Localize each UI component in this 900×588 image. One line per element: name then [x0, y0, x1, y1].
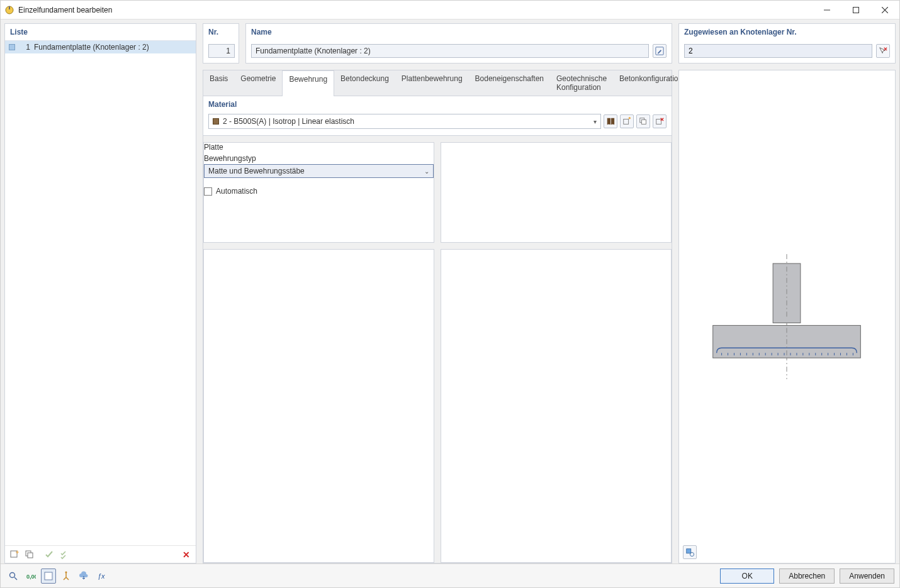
chevron-down-icon: ▾	[593, 118, 597, 125]
box-delete-icon	[655, 117, 664, 126]
list-panel: Liste 1 Fundamentplatte (Knotenlager : 2…	[4, 23, 196, 563]
automatisch-checkbox[interactable]: Automatisch	[204, 187, 434, 196]
material-combo-text: 2 - B500S(A) | Isotrop | Linear elastisc…	[223, 117, 590, 126]
bewehrungstyp-combo[interactable]: Matte und Bewehrungsstäbe ⌄	[204, 164, 434, 178]
dialog-window: Einzelfundament bearbeiten Liste 1 Funda…	[0, 0, 900, 588]
main-column: Nr. Name	[203, 23, 672, 563]
footer-script-button[interactable]: ƒx	[94, 569, 109, 584]
svg-rect-10	[656, 119, 661, 125]
list-body[interactable]: 1 Fundamentplatte (Knotenlager : 2)	[5, 41, 196, 545]
copy-item-button[interactable]	[23, 548, 37, 562]
svg-text:ƒx: ƒx	[98, 572, 105, 580]
check-all-button[interactable]	[58, 548, 72, 562]
tab-geotech[interactable]: Geotechnische Konfiguration	[550, 70, 613, 96]
material-copy-button[interactable]	[636, 114, 650, 128]
right-column: Zugewiesen an Knotenlager Nr.	[678, 23, 896, 563]
tab-geometrie[interactable]: Geometrie	[234, 70, 282, 96]
material-library-button[interactable]	[604, 114, 617, 128]
window-controls	[813, 1, 899, 19]
assigned-pick-button[interactable]	[876, 44, 890, 58]
svg-point-18	[65, 571, 67, 573]
tab-basis[interactable]: Basis	[203, 70, 234, 96]
minimize-button[interactable]	[813, 1, 841, 19]
close-button[interactable]	[870, 1, 899, 19]
tab-plattenbewehrung[interactable]: Plattenbewehrung	[395, 70, 469, 96]
list-item[interactable]: 1 Fundamentplatte (Knotenlager : 2)	[5, 41, 196, 53]
delete-x-icon: ✕	[183, 550, 190, 560]
bewehrungstyp-value: Matte und Bewehrungsstäbe	[208, 167, 305, 175]
dialog-body: Liste 1 Fundamentplatte (Knotenlager : 2…	[1, 19, 899, 563]
svg-rect-13	[687, 549, 691, 553]
automatisch-label: Automatisch	[216, 187, 257, 196]
pencil-icon	[655, 47, 664, 55]
svg-point-14	[690, 552, 694, 556]
chevron-down-icon: ⌄	[424, 168, 429, 175]
bewehrungstyp-label: Bewehrungstyp	[204, 154, 434, 163]
delete-item-button[interactable]: ✕	[179, 548, 193, 562]
checkbox-box-icon	[204, 187, 212, 196]
dialog-buttons: OK Abbrechen Anwenden	[720, 569, 894, 584]
maximize-button[interactable]	[841, 1, 870, 19]
material-delete-button[interactable]	[653, 114, 667, 128]
footer-view-button[interactable]	[41, 569, 56, 584]
new-item-button[interactable]	[8, 548, 21, 562]
preview-panel[interactable]	[678, 70, 896, 563]
check-apply-button[interactable]	[43, 548, 57, 562]
material-title: Material	[203, 96, 672, 110]
name-field[interactable]	[251, 44, 649, 58]
magnifier-icon	[8, 571, 18, 581]
tabs-box: Basis Geometrie Bewehrung Betondeckung P…	[203, 70, 672, 563]
app-icon	[1, 5, 18, 15]
svg-rect-5	[28, 553, 33, 558]
foundation-preview-drawing	[679, 70, 895, 563]
tab-betonkonfig[interactable]: Betonkonfiguration	[613, 70, 689, 96]
footer-search-button[interactable]	[6, 569, 21, 584]
dialog-footer: 0,00 ƒx OK Abbrechen Anwenden	[1, 563, 899, 587]
platte-panel: Platte Bewehrungstyp Matte und Bewehrung…	[203, 142, 434, 243]
empty-panel-bottom-right	[441, 249, 672, 563]
cancel-button[interactable]: Abbrechen	[779, 569, 835, 584]
tab-bodeneigenschaften[interactable]: Bodeneigenschaften	[469, 70, 550, 96]
nr-box: Nr.	[203, 23, 239, 64]
tab-content: Material 2 - B500S(A) | Isotrop | Linear…	[203, 96, 672, 563]
copy-box-icon	[639, 117, 648, 126]
footer-tool2-button[interactable]	[76, 569, 91, 584]
units-icon: 0,00	[26, 571, 36, 581]
preview-settings-button[interactable]	[683, 545, 697, 559]
blank-view-icon	[43, 571, 53, 581]
list-item-number: 1	[19, 43, 30, 52]
window-title: Einzelfundament bearbeiten	[18, 6, 813, 14]
svg-point-15	[10, 572, 15, 577]
svg-rect-17	[45, 572, 52, 580]
apply-button[interactable]: Anwenden	[840, 569, 894, 584]
svg-rect-7	[624, 119, 629, 125]
tabs-bar: Basis Geometrie Bewehrung Betondeckung P…	[203, 70, 672, 96]
list-item-label: Fundamentplatte (Knotenlager : 2)	[34, 43, 149, 52]
svg-rect-2	[853, 7, 859, 13]
footer-units-button[interactable]: 0,00	[23, 569, 38, 584]
script-icon: ƒx	[96, 571, 106, 581]
material-new-button[interactable]	[620, 114, 634, 128]
header-row: Nr. Name	[203, 23, 672, 64]
name-box: Name	[245, 23, 672, 64]
assigned-field[interactable]	[684, 44, 872, 58]
book-icon	[606, 117, 615, 126]
empty-panel-bottom-left	[203, 249, 434, 563]
footer-tool1-button[interactable]	[59, 569, 74, 584]
assigned-label: Zugewiesen an Knotenlager Nr.	[679, 24, 895, 40]
tab-betondeckung[interactable]: Betondeckung	[334, 70, 395, 96]
material-combo[interactable]: 2 - B500S(A) | Isotrop | Linear elastisc…	[208, 114, 601, 129]
assigned-box: Zugewiesen an Knotenlager Nr.	[678, 23, 896, 64]
tab-bewehrung[interactable]: Bewehrung	[282, 70, 334, 96]
preview-cog-icon	[685, 548, 694, 557]
stand-icon	[61, 571, 71, 581]
list-item-color-icon	[9, 44, 15, 50]
list-toolbar: ✕	[5, 545, 196, 563]
empty-panel-top-right	[441, 142, 672, 243]
material-swatch-icon	[213, 118, 219, 125]
svg-rect-9	[641, 119, 646, 124]
edit-name-button[interactable]	[653, 44, 667, 58]
nr-field[interactable]	[208, 44, 235, 58]
ok-button[interactable]: OK	[720, 569, 774, 584]
new-box-icon	[622, 117, 631, 126]
